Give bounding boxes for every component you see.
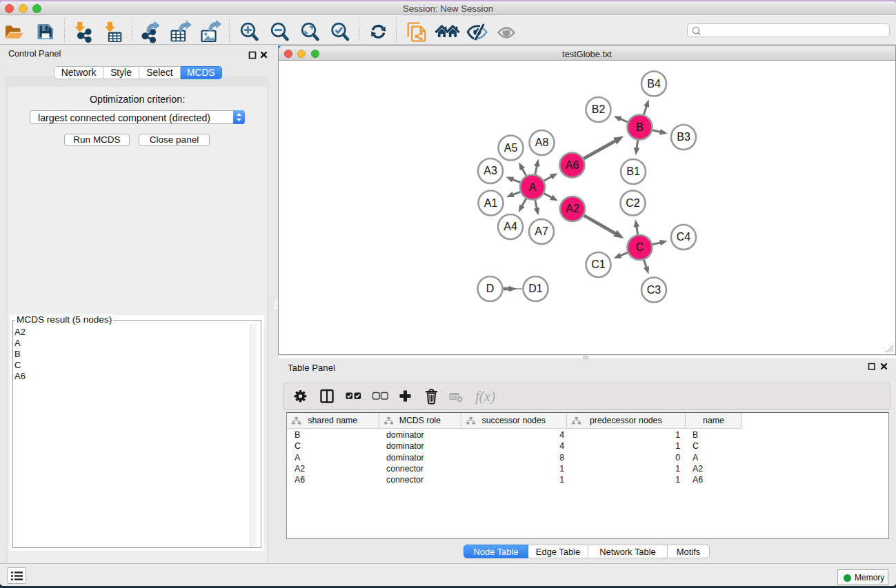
- svg-text:A1: A1: [484, 197, 498, 209]
- svg-text:C4: C4: [677, 231, 691, 243]
- svg-text:A2: A2: [566, 203, 579, 214]
- svg-text:C: C: [636, 241, 644, 253]
- svg-text:B3: B3: [677, 131, 690, 143]
- svg-text:C3: C3: [647, 284, 661, 296]
- svg-text:D1: D1: [528, 283, 543, 294]
- svg-text:B: B: [636, 121, 644, 133]
- svg-text:A6: A6: [566, 159, 579, 171]
- svg-text:A5: A5: [504, 142, 518, 154]
- svg-text:C2: C2: [626, 197, 640, 209]
- svg-text:f(x): f(x): [475, 388, 495, 405]
- svg-text:C1: C1: [591, 258, 606, 270]
- svg-text:D: D: [486, 283, 495, 294]
- svg-text:B4: B4: [647, 78, 661, 90]
- svg-text:A3: A3: [484, 165, 497, 176]
- svg-text:B1: B1: [626, 165, 640, 177]
- svg-text:B2: B2: [592, 103, 606, 115]
- svg-text:A4: A4: [504, 221, 517, 232]
- svg-text:A7: A7: [535, 225, 548, 237]
- svg-text:A8: A8: [535, 136, 549, 148]
- svg-text:A: A: [529, 181, 537, 193]
